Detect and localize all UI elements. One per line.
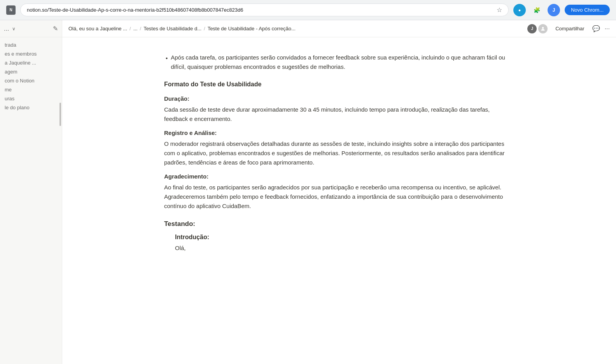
app-container: Olá, eu sou a Jaqueline ... / ... / Test… [62, 20, 616, 364]
header-actions: J Compartilhar 💬 ··· [527, 24, 610, 33]
more-options-icon[interactable]: ··· [605, 25, 610, 32]
doc-content: • Após cada tarefa, os participantes ser… [164, 53, 514, 253]
sidebar-nav-chevron[interactable]: ∨ [12, 26, 16, 32]
agradecimento-text: Ao final do teste, os participantes serã… [164, 183, 514, 211]
introducao-block: Introdução: Olá, [175, 232, 514, 253]
main-content: • Após cada tarefa, os participantes ser… [62, 37, 616, 364]
url-text: notion.so/Teste-de-Usabilidade-Ap-s-corr… [27, 7, 243, 13]
extension-icon[interactable]: ● [513, 4, 526, 16]
registro-label: Registro e Análise: [164, 128, 514, 138]
share-button[interactable]: Compartilhar [552, 24, 587, 33]
browser-bar: N notion.so/Teste-de-Usabilidade-Ap-s-co… [0, 0, 616, 20]
notion-header: Olá, eu sou a Jaqueline ... / ... / Test… [62, 20, 616, 37]
duracao-text: Cada sessão de teste deve durar aproxima… [164, 105, 514, 124]
sidebar-edit-icon[interactable]: ✎ [53, 25, 58, 32]
sidebar-nav-back[interactable]: ... [4, 25, 9, 32]
address-bar[interactable]: notion.so/Teste-de-Usabilidade-Ap-s-corr… [20, 4, 509, 16]
user-avatars: J [527, 24, 548, 33]
ola-text: Olá, [175, 243, 514, 253]
sidebar: ... ∨ ✎ trada es e membros a Jaqueline .… [0, 20, 62, 364]
intro-bullet-text: Após cada tarefa, os participantes serão… [171, 53, 514, 72]
duracao-block: Duração: Cada sessão de teste deve durar… [164, 94, 514, 124]
registro-text: O moderador registrará observações detal… [164, 139, 514, 167]
svg-point-0 [542, 27, 544, 29]
breadcrumb-sep-2: / [140, 26, 142, 32]
sidebar-item-uras[interactable]: uras [0, 94, 62, 103]
comment-icon[interactable]: 💬 [592, 25, 600, 32]
registro-block: Registro e Análise: O moderador registra… [164, 128, 514, 167]
breadcrumb-item-2[interactable]: Testes de Usabilidade d... [144, 26, 201, 32]
sidebar-item-com-notion[interactable]: com o Notion [0, 76, 62, 85]
intro-bullet-block: • Após cada tarefa, os participantes ser… [164, 53, 514, 72]
sidebar-item-pes-membros[interactable]: es e membros [0, 49, 62, 58]
agradecimento-block: Agradecimento: Ao final do teste, os par… [164, 172, 514, 211]
agradecimento-label: Agradecimento: [164, 172, 514, 181]
sidebar-item-jaqueline[interactable]: a Jaqueline ... [0, 58, 62, 67]
notion-app: ... ∨ ✎ trada es e membros a Jaqueline .… [0, 20, 616, 364]
breadcrumb: Olá, eu sou a Jaqueline ... / ... / Test… [68, 26, 524, 32]
tab-icon: N [6, 5, 16, 15]
breadcrumb-sep-3: / [204, 26, 205, 32]
testando-block: Testando: [164, 219, 514, 229]
breadcrumb-item-current[interactable]: Teste de Usabilidade - Após correção... [208, 26, 296, 32]
bullet-dot-1: • [166, 54, 168, 72]
duracao-label: Duração: [164, 94, 514, 103]
user-avatar-2[interactable] [538, 24, 548, 33]
star-icon[interactable]: ☆ [497, 6, 502, 14]
sidebar-item-me[interactable]: me [0, 85, 62, 94]
sidebar-content-wrapper: trada es e membros a Jaqueline ... agem … [0, 37, 62, 364]
sidebar-item-do-plano[interactable]: le do plano [0, 103, 62, 112]
breadcrumb-sep-1: / [130, 26, 131, 32]
section-format-heading: Formato do Teste de Usabilidade [164, 81, 261, 88]
browser-actions: ● 🧩 J Novo Chrom... [513, 4, 610, 16]
sidebar-scrollbar[interactable] [60, 103, 61, 126]
sidebar-items-list: trada es e membros a Jaqueline ... agem … [0, 37, 62, 115]
sidebar-item-agem[interactable]: agem [0, 67, 62, 76]
puzzle-icon[interactable]: 🧩 [530, 4, 543, 16]
sidebar-item-entrada[interactable]: trada [0, 40, 62, 49]
profile-avatar[interactable]: J [548, 4, 560, 16]
user-avatar-1[interactable]: J [527, 24, 537, 33]
breadcrumb-ellipsis[interactable]: ... [133, 26, 138, 32]
novo-chrome-button[interactable]: Novo Chrom... [565, 5, 610, 15]
testando-label: Testando: [164, 219, 514, 229]
introducao-label: Introdução: [175, 232, 514, 242]
breadcrumb-item-1[interactable]: Olá, eu sou a Jaqueline ... [68, 26, 127, 32]
